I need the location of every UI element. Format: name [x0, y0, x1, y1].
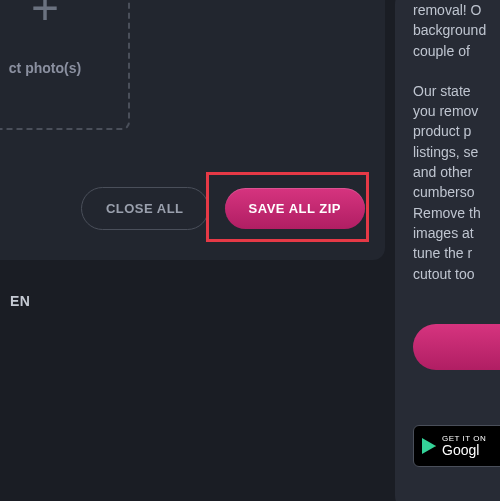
- google-play-badge[interactable]: GET IT ON Googl: [413, 425, 500, 467]
- language-selector[interactable]: EN: [10, 293, 30, 309]
- sidebar-cta-button[interactable]: S: [413, 324, 500, 370]
- sidebar-paragraph-1: removal! O background couple of: [413, 0, 500, 61]
- plus-icon: +: [31, 0, 59, 32]
- photo-dropzone[interactable]: + ct photo(s): [0, 0, 130, 130]
- save-all-zip-button[interactable]: SAVE ALL ZIP: [225, 188, 365, 229]
- google-play-text: GET IT ON Googl: [442, 435, 486, 457]
- close-all-button[interactable]: CLOSE ALL: [81, 187, 209, 230]
- sidebar-copy: removal! O background couple of Our stat…: [413, 0, 500, 284]
- dropzone-label: ct photo(s): [9, 60, 81, 76]
- upload-panel: + ct photo(s) CLOSE ALL SAVE ALL ZIP: [0, 0, 385, 260]
- sidebar-paragraph-2: Our state you remov product p listings, …: [413, 81, 500, 284]
- google-play-icon: [422, 438, 436, 454]
- action-buttons-row: CLOSE ALL SAVE ALL ZIP: [0, 187, 365, 230]
- google-play-big-text: Googl: [442, 443, 486, 457]
- info-sidebar: removal! O background couple of Our stat…: [395, 0, 500, 501]
